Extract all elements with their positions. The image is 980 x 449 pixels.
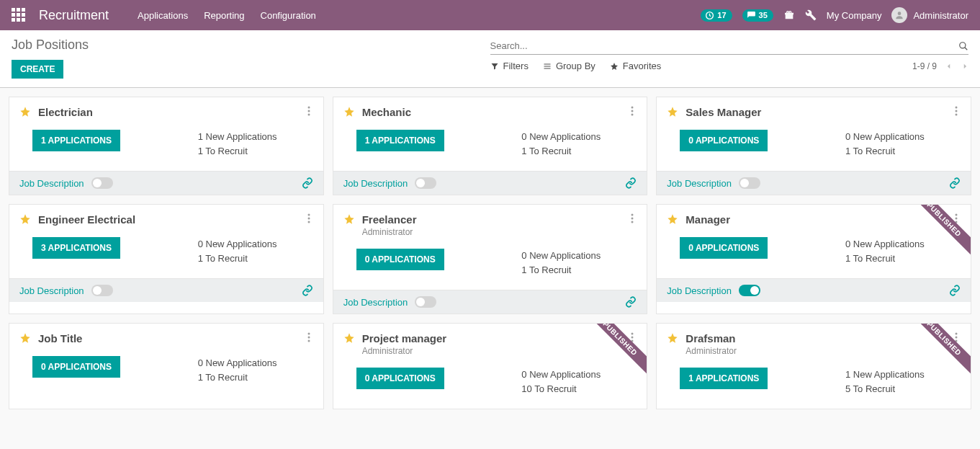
- favorite-star-icon[interactable]: [343, 332, 355, 344]
- link-icon[interactable]: [949, 177, 961, 189]
- applications-button[interactable]: 0 Applications: [356, 249, 444, 270]
- card-menu-icon[interactable]: [305, 332, 313, 342]
- pager-prev[interactable]: [945, 61, 953, 71]
- svg-point-12: [955, 107, 957, 109]
- link-icon[interactable]: [625, 296, 637, 308]
- card-stats: 0 New Applications 1 To Recruit: [198, 356, 313, 384]
- pager-next[interactable]: [961, 61, 968, 71]
- new-applications-text: 1 New Applications: [198, 130, 313, 144]
- search-icon[interactable]: [958, 41, 968, 51]
- card-title[interactable]: Manager: [685, 213, 952, 226]
- applications-button[interactable]: 0 Applications: [356, 368, 444, 389]
- activities-badge[interactable]: 17: [701, 9, 732, 22]
- clock-icon: [705, 11, 714, 20]
- svg-point-9: [631, 107, 634, 109]
- app-brand[interactable]: Recruitment: [39, 8, 109, 23]
- applications-button[interactable]: 1 Applications: [680, 368, 768, 389]
- link-icon[interactable]: [302, 177, 313, 189]
- card-menu-icon[interactable]: [628, 106, 637, 116]
- publish-toggle[interactable]: [739, 177, 760, 189]
- tools-icon[interactable]: [805, 9, 817, 21]
- favorite-star-icon[interactable]: [667, 332, 678, 344]
- favorite-star-icon[interactable]: [667, 106, 678, 117]
- company-switcher[interactable]: My Company: [827, 10, 882, 21]
- card-title[interactable]: Freelancer: [362, 213, 629, 226]
- card-menu-icon[interactable]: [952, 106, 961, 116]
- link-icon[interactable]: [302, 285, 313, 296]
- card-menu-icon[interactable]: [305, 213, 313, 223]
- favorite-star-icon[interactable]: [667, 213, 678, 225]
- card-stats: 0 New Applications 1 To Recruit: [845, 130, 961, 158]
- job-description-link[interactable]: Job Description: [19, 285, 84, 296]
- to-recruit-text: 1 To Recruit: [198, 370, 313, 385]
- kanban-scroll[interactable]: Electrician 1 Applications 1 New Applica…: [0, 88, 980, 442]
- funnel-icon: [490, 62, 499, 71]
- job-description-link[interactable]: Job Description: [19, 178, 84, 189]
- navbar: Recruitment Applications Reporting Confi…: [0, 0, 980, 30]
- filters-label: Filters: [503, 61, 529, 71]
- svg-point-11: [631, 114, 634, 116]
- svg-point-27: [631, 333, 634, 335]
- link-icon[interactable]: [625, 177, 637, 189]
- card-title[interactable]: Mechanic: [362, 106, 629, 118]
- card-title[interactable]: Drafsman: [685, 332, 952, 344]
- card-title[interactable]: Engineer Electrical: [38, 213, 305, 226]
- card-title[interactable]: Sales Manager: [685, 106, 952, 118]
- nav-item-reporting[interactable]: Reporting: [204, 10, 244, 21]
- applications-button[interactable]: 1 Applications: [356, 130, 444, 151]
- page-title: Job Positions: [12, 37, 490, 53]
- filters-button[interactable]: Filters: [490, 61, 529, 71]
- favorites-button[interactable]: Favorites: [610, 61, 661, 71]
- create-button[interactable]: Create: [12, 60, 63, 79]
- new-applications-text: 1 New Applications: [845, 368, 961, 382]
- card-stats: 1 New Applications 5 To Recruit: [845, 368, 961, 396]
- job-description-link[interactable]: Job Description: [667, 178, 732, 189]
- publish-toggle[interactable]: [91, 177, 113, 189]
- applications-button[interactable]: 0 Applications: [680, 130, 768, 151]
- gift-icon[interactable]: [783, 9, 795, 21]
- new-applications-text: 0 New Applications: [521, 249, 637, 263]
- link-icon[interactable]: [949, 285, 961, 296]
- publish-toggle[interactable]: [739, 285, 760, 296]
- applications-button[interactable]: 3 Applications: [32, 237, 120, 259]
- avatar: [891, 7, 907, 23]
- messages-badge[interactable]: 35: [742, 9, 773, 22]
- favorite-star-icon[interactable]: [343, 213, 355, 225]
- nav-item-applications[interactable]: Applications: [138, 10, 188, 21]
- nav-item-configuration[interactable]: Configuration: [261, 10, 316, 21]
- apps-icon[interactable]: [12, 8, 26, 22]
- to-recruit-text: 10 To Recruit: [521, 382, 637, 396]
- applications-button[interactable]: 0 Applications: [32, 356, 120, 378]
- messages-count: 35: [759, 11, 768, 19]
- nav-menu: Applications Reporting Configuration: [138, 10, 316, 21]
- publish-toggle[interactable]: [91, 285, 113, 296]
- applications-button[interactable]: 0 Applications: [680, 237, 768, 259]
- job-description-link[interactable]: Job Description: [667, 285, 732, 296]
- favorite-star-icon[interactable]: [19, 213, 31, 225]
- groupby-label: Group By: [556, 61, 595, 71]
- to-recruit-text: 1 To Recruit: [521, 263, 637, 277]
- user-menu[interactable]: Administrator: [891, 7, 968, 23]
- card-menu-icon[interactable]: [628, 213, 637, 223]
- publish-toggle[interactable]: [415, 296, 436, 308]
- publish-toggle[interactable]: [415, 177, 436, 189]
- svg-point-13: [955, 110, 957, 112]
- job-description-link[interactable]: Job Description: [343, 297, 408, 308]
- new-applications-text: 0 New Applications: [845, 237, 961, 252]
- groupby-button[interactable]: Group By: [543, 61, 595, 71]
- job-card: Engineer Electrical 3 Applications 0 New…: [9, 204, 324, 314]
- svg-point-15: [307, 214, 310, 216]
- card-title[interactable]: Job Title: [38, 332, 305, 344]
- favorite-star-icon[interactable]: [19, 332, 31, 344]
- card-menu-icon[interactable]: [305, 106, 313, 116]
- job-description-link[interactable]: Job Description: [343, 178, 408, 189]
- favorite-star-icon[interactable]: [343, 106, 355, 117]
- search-input[interactable]: [490, 40, 959, 51]
- applications-button[interactable]: 1 Applications: [32, 130, 120, 151]
- job-card: PUBLISHED Manager 0 Applications 0 New A…: [656, 204, 971, 314]
- favorite-star-icon[interactable]: [19, 106, 31, 117]
- job-card: Mechanic 1 Applications 0 New Applicatio…: [333, 97, 648, 195]
- svg-point-1: [898, 12, 902, 15]
- card-title[interactable]: Electrician: [38, 106, 305, 118]
- card-title[interactable]: Project manager: [362, 332, 629, 344]
